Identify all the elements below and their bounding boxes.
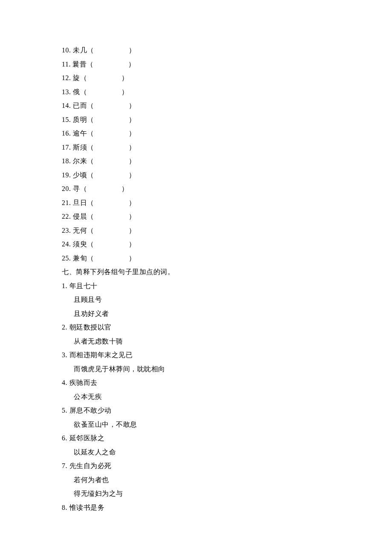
term-label: 19. 少顷 — [62, 171, 87, 179]
term-label: 15. 质明 — [62, 116, 87, 123]
answer-blank — [94, 240, 129, 248]
term-line: 17. 斯须（ ） — [62, 144, 392, 151]
close-paren: ） — [129, 102, 136, 109]
term-line: 13. 俄（ ） — [62, 89, 392, 95]
term-line: 21. 旦日（ ） — [62, 199, 392, 206]
group-line: 且劝好义者 — [62, 310, 392, 317]
term-label: 20. 寻 — [62, 185, 80, 192]
open-paren: （ — [87, 227, 94, 234]
term-line: 25. 兼旬（ ） — [62, 255, 392, 262]
close-paren: ） — [129, 116, 136, 123]
term-line: 16. 逾午（ ） — [62, 130, 392, 137]
open-paren: （ — [87, 46, 94, 54]
term-label: 18. 尔来 — [62, 157, 87, 165]
term-label: 22. 侵晨 — [62, 213, 87, 220]
open-paren: （ — [86, 61, 94, 68]
open-paren: （ — [87, 102, 94, 109]
term-label: 10. 未几 — [62, 46, 87, 54]
term-line: 11. 曩昔（ ） — [62, 61, 392, 68]
group-line: 7. 先生自为必死 — [62, 462, 392, 469]
group-line: 得无缢妇为之与 — [62, 490, 392, 497]
document-page: 10. 未几（ ）11. 曩昔（ ）12. 旋（ ）13. 俄（ ）14. 已而… — [0, 0, 392, 511]
term-line: 10. 未几（ ） — [62, 47, 392, 54]
close-paren: ） — [129, 213, 136, 220]
term-label: 17. 斯须 — [62, 144, 87, 151]
group-line: 公本无疾 — [62, 393, 392, 400]
term-line: 24. 须臾（ ） — [62, 241, 392, 248]
group-line: 6. 延邻医脉之 — [62, 435, 392, 442]
term-line: 14. 已而（ ） — [62, 102, 392, 109]
close-paren: ） — [121, 74, 129, 81]
answer-blank — [94, 213, 129, 220]
open-paren: （ — [87, 116, 94, 123]
term-label: 14. 已而 — [62, 102, 87, 109]
open-paren: （ — [80, 185, 87, 192]
answer-blank — [94, 102, 129, 109]
group-line: 若何为者也 — [62, 477, 392, 483]
group-line: 欲蚤至山中，不敢息 — [62, 421, 392, 428]
group-line: 且顾且号 — [62, 296, 392, 303]
group-line: 4. 疾驰而去 — [62, 379, 392, 386]
term-label: 24. 须臾 — [62, 240, 87, 248]
open-paren: （ — [87, 171, 94, 179]
answer-blank — [94, 46, 129, 54]
answer-blank — [87, 185, 121, 192]
open-paren: （ — [87, 213, 94, 220]
open-paren: （ — [80, 74, 87, 81]
close-paren: ） — [121, 185, 129, 192]
term-line: 18. 尔来（ ） — [62, 158, 392, 165]
group-line: 2. 朝廷数授以官 — [62, 324, 392, 331]
group-line: 5. 屏息不敢少动 — [62, 407, 392, 414]
term-line: 15. 质明（ ） — [62, 116, 392, 123]
answer-blank — [94, 227, 129, 234]
close-paren: ） — [129, 46, 136, 54]
answer-blank — [94, 116, 129, 123]
open-paren: （ — [87, 144, 94, 151]
term-label: 16. 逾午 — [62, 130, 87, 137]
term-line: 12. 旋（ ） — [62, 75, 392, 81]
term-line: 22. 侵晨（ ） — [62, 213, 392, 220]
group-line: 而饿虎见于林莽间，眈眈相向 — [62, 366, 392, 373]
term-label: 13. 俄 — [62, 88, 80, 95]
term-label: 11. 曩昔 — [62, 61, 86, 68]
close-paren: ） — [129, 199, 136, 206]
close-paren: ） — [129, 157, 136, 165]
answer-blank — [87, 88, 121, 95]
close-paren: ） — [128, 61, 135, 68]
term-line: 20. 寻（ ） — [62, 185, 392, 192]
term-label: 25. 兼旬 — [62, 254, 87, 262]
answer-blank — [94, 130, 129, 137]
close-paren: ） — [129, 227, 136, 234]
answer-blank — [94, 144, 129, 151]
term-label: 23. 无何 — [62, 227, 87, 234]
groups-list: 1. 年且七十且顾且号且劝好义者2. 朝廷数授以官从者无虑数十骑3. 而相违期年… — [62, 283, 392, 511]
open-paren: （ — [87, 130, 94, 137]
open-paren: （ — [80, 88, 87, 95]
close-paren: ） — [129, 171, 136, 179]
open-paren: （ — [87, 157, 94, 165]
open-paren: （ — [87, 240, 94, 248]
section-heading: 七、简释下列各组句子里加点的词。 — [62, 269, 392, 275]
term-line: 19. 少顷（ ） — [62, 172, 392, 179]
group-line: 1. 年且七十 — [62, 283, 392, 289]
answer-blank — [94, 199, 129, 206]
group-line: 3. 而相违期年末之见已 — [62, 352, 392, 358]
open-paren: （ — [87, 199, 94, 206]
close-paren: ） — [129, 254, 136, 262]
answer-blank — [94, 61, 128, 68]
answer-blank — [94, 171, 129, 179]
group-line: 以延友人之命 — [62, 449, 392, 456]
terms-list: 10. 未几（ ）11. 曩昔（ ）12. 旋（ ）13. 俄（ ）14. 已而… — [62, 47, 392, 262]
group-line: 从者无虑数十骑 — [62, 338, 392, 345]
close-paren: ） — [121, 88, 129, 95]
close-paren: ） — [129, 130, 136, 137]
term-label: 12. 旋 — [62, 74, 80, 81]
close-paren: ） — [129, 240, 136, 248]
open-paren: （ — [87, 254, 94, 262]
answer-blank — [94, 254, 129, 262]
answer-blank — [87, 74, 121, 81]
close-paren: ） — [129, 144, 136, 151]
answer-blank — [94, 157, 129, 165]
group-line: 8. 惟读书是务 — [62, 504, 392, 511]
term-label: 21. 旦日 — [62, 199, 87, 206]
